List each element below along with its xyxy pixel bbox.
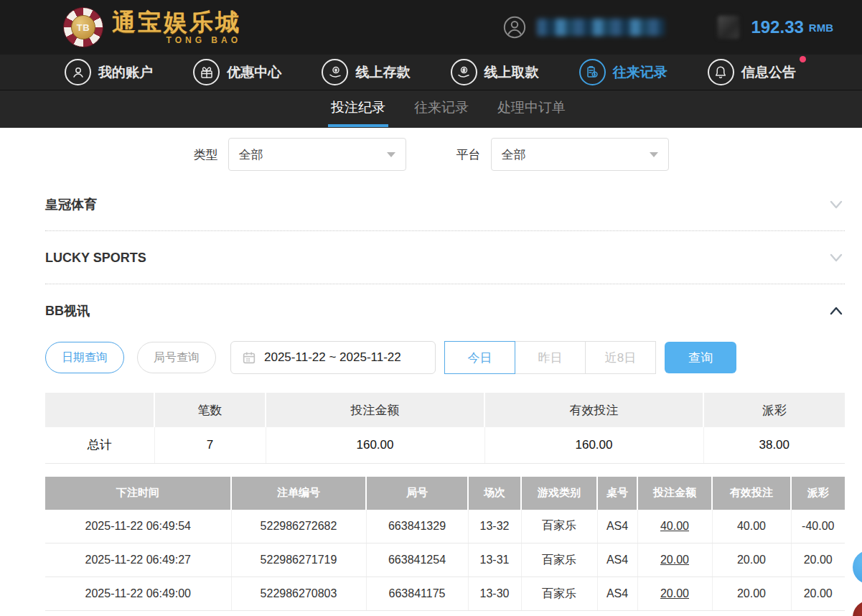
user-avatar-icon — [502, 15, 527, 39]
game-type: 百家乐 — [521, 510, 597, 543]
tab-transaction-records[interactable]: 往来记录 — [413, 91, 470, 127]
withdraw-dollar-hand-icon — [451, 59, 477, 85]
chevron-down-icon[interactable] — [828, 249, 845, 266]
yesterday-button[interactable]: 昨日 — [515, 341, 586, 374]
query-controls: 日期查询 局号查询 2025-11-22 ~ 2025-11-22 今日 昨日 … — [45, 341, 845, 374]
nav-item-withdraw[interactable]: 线上取款 — [451, 59, 539, 85]
gift-icon — [193, 59, 220, 85]
sub-tab-bar: 投注纪录 往来记录 处理中订单 — [0, 90, 862, 128]
summary-bet-amount-value: 160.00 — [266, 427, 484, 463]
platform-filter-label: 平台 — [456, 146, 481, 163]
col-valid-bet: 有效投注 — [712, 477, 791, 510]
payout: 20.00 — [791, 577, 845, 611]
game-type: 百家乐 — [521, 577, 597, 611]
chevron-down-icon[interactable] — [828, 196, 845, 213]
section-lucky-sports-header[interactable]: LUCKY SPORTS — [45, 231, 845, 284]
summary-valid-bet-value: 160.00 — [484, 427, 703, 463]
nav-item-announcements[interactable]: 信息公告 — [708, 59, 796, 85]
search-button[interactable]: 查询 — [665, 342, 736, 373]
section-title: BB视讯 — [45, 302, 90, 319]
order-id: 522986271719 — [231, 543, 366, 577]
table-no: AS4 — [597, 577, 637, 611]
date-range-value: 2025-11-22 ~ 2025-11-22 — [264, 350, 401, 365]
poker-chip-icon: TB — [63, 7, 103, 47]
bet-time: 2025-11-22 06:49:27 — [45, 543, 231, 577]
nav-item-deposit[interactable]: 线上存款 — [322, 59, 410, 85]
col-order-id: 注单编号 — [231, 477, 366, 510]
header-account-area: 192.33 RMB — [502, 15, 833, 39]
section-bb-video-header[interactable]: BB视讯 — [45, 284, 845, 337]
bet-amount-link[interactable]: 20.00 — [637, 577, 712, 611]
nav-item-transaction-records[interactable]: 往来记录 — [579, 59, 667, 85]
platform-filter-group: 平台 全部 — [456, 138, 669, 171]
bet-amount-link[interactable]: 20.00 — [637, 543, 712, 577]
round-id: 663841175 — [366, 577, 468, 611]
type-filter-group: 类型 全部 — [194, 138, 406, 171]
summary-header-row: 笔数 投注金额 有效投注 派彩 — [45, 393, 845, 427]
nav-label: 线上取款 — [484, 63, 539, 82]
date-query-button[interactable]: 日期查询 — [45, 342, 124, 373]
session: 13-30 — [468, 577, 521, 611]
tab-pending-orders[interactable]: 处理中订单 — [496, 91, 567, 127]
summary-header-count: 笔数 — [154, 393, 266, 427]
valid-bet: 20.00 — [712, 543, 791, 577]
section-crown-sports-header[interactable]: 皇冠体育 — [45, 178, 845, 230]
nav-label: 往来记录 — [613, 63, 667, 82]
section-bb-video: BB视讯 — [45, 284, 845, 337]
table-row: 2025-11-22 06:49:00 522986270803 6638411… — [45, 577, 845, 611]
chevron-down-icon — [650, 152, 658, 157]
floating-promo-button[interactable] — [853, 600, 862, 616]
site-logo[interactable]: TB 通宝娱乐城 TONG BAO — [63, 7, 241, 47]
top-header: TB 通宝娱乐城 TONG BAO 192.33 RMB — [0, 0, 862, 55]
type-filter-select[interactable]: 全部 — [228, 138, 406, 171]
tab-betting-records[interactable]: 投注纪录 — [329, 91, 387, 127]
summary-count-value: 7 — [154, 427, 266, 463]
platform-filter-value: 全部 — [502, 146, 526, 163]
notification-dot — [800, 56, 806, 62]
balance-currency: RMB — [809, 22, 833, 34]
col-bet-amount: 投注金额 — [637, 477, 712, 510]
nav-item-my-account[interactable]: 我的账户 — [65, 59, 153, 85]
page: TB 通宝娱乐城 TONG BAO 192.33 RMB 我的账户 — [0, 0, 862, 616]
col-payout: 派彩 — [791, 477, 845, 510]
username-redacted — [537, 19, 665, 36]
bet-time: 2025-11-22 06:49:00 — [45, 577, 231, 611]
summary-header-bet-amount: 投注金额 — [266, 393, 484, 427]
bet-time: 2025-11-22 06:49:54 — [45, 510, 231, 543]
type-filter-value: 全部 — [239, 146, 263, 163]
chevron-down-icon — [387, 152, 395, 157]
round-query-button[interactable]: 局号查询 — [137, 342, 216, 373]
payout: 20.00 — [791, 543, 845, 577]
col-session: 场次 — [468, 477, 521, 510]
table-row: 2025-11-22 06:49:54 522986272682 6638413… — [45, 510, 845, 543]
session: 13-31 — [468, 543, 521, 577]
bet-detail-table: 下注时间 注单编号 局号 场次 游戏类别 桌号 投注金额 有效投注 派彩 202… — [45, 477, 845, 612]
logo-text: 通宝娱乐城 TONG BAO — [112, 10, 241, 45]
main-nav: 我的账户 优惠中心 线上存款 线上取款 往来记录 — [0, 55, 862, 90]
bet-amount-link[interactable]: 40.00 — [637, 510, 712, 543]
payout: -40.00 — [791, 510, 845, 543]
detail-header-row: 下注时间 注单编号 局号 场次 游戏类别 桌号 投注金额 有效投注 派彩 — [45, 477, 845, 510]
filter-row: 类型 全部 平台 全部 — [0, 128, 862, 178]
col-bet-time: 下注时间 — [45, 477, 231, 510]
date-range-input[interactable]: 2025-11-22 ~ 2025-11-22 — [230, 341, 436, 374]
section-title: LUCKY SPORTS — [45, 251, 146, 266]
game-type: 百家乐 — [521, 543, 597, 577]
person-icon — [65, 59, 91, 85]
col-game-type: 游戏类别 — [521, 477, 597, 510]
floating-service-button[interactable] — [853, 550, 862, 584]
nav-label: 优惠中心 — [227, 63, 281, 82]
summary-payout-value: 38.00 — [703, 427, 845, 463]
today-button[interactable]: 今日 — [444, 341, 515, 374]
nav-item-promotions[interactable]: 优惠中心 — [193, 59, 281, 85]
summary-header-valid-bet: 有效投注 — [484, 393, 703, 427]
nav-label: 我的账户 — [98, 63, 153, 82]
col-round-id: 局号 — [366, 477, 468, 510]
chevron-up-icon[interactable] — [828, 302, 845, 319]
platform-filter-select[interactable]: 全部 — [491, 138, 669, 171]
session: 13-32 — [468, 510, 521, 543]
balance-amount[interactable]: 192.33 — [751, 17, 803, 37]
coin-icon-redacted — [718, 16, 739, 39]
last-8-days-button[interactable]: 近8日 — [585, 341, 656, 374]
logo-subtitle: TONG BAO — [167, 35, 241, 45]
